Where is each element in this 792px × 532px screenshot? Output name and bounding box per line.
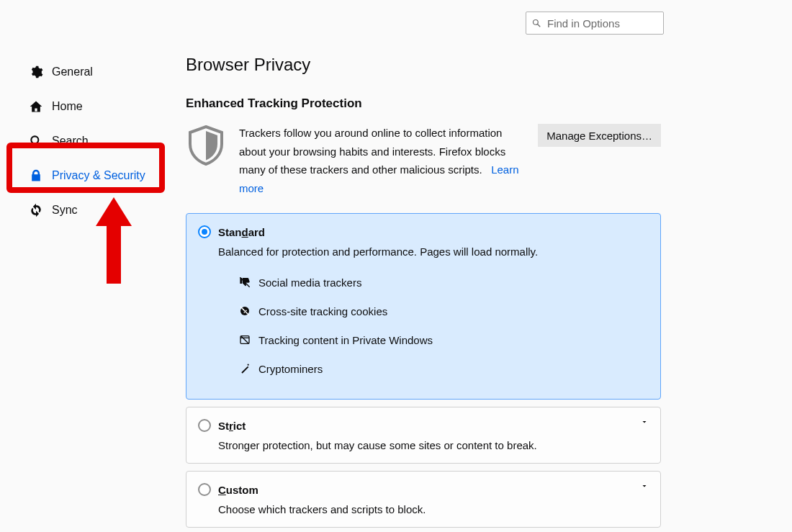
svg-point-9 [243, 312, 245, 313]
svg-point-8 [246, 310, 247, 311]
thumbs-down-icon [238, 276, 251, 289]
blocked-item: Tracking content in Private Windows [238, 325, 649, 354]
blocked-item-label: Social media trackers [258, 276, 361, 289]
lock-icon [29, 168, 43, 183]
magnifier-icon [29, 134, 43, 148]
etp-description: Trackers follow you around online to col… [239, 124, 531, 197]
blocked-item-label: Tracking content in Private Windows [258, 334, 433, 346]
radio-strict[interactable] [198, 419, 211, 432]
sidebar-item-general[interactable]: General [20, 55, 164, 89]
sidebar-item-privacy-security[interactable]: Privacy & Security [20, 158, 164, 193]
blocked-item: Social media trackers [238, 268, 649, 297]
svg-line-14 [240, 364, 249, 373]
search-icon [532, 19, 541, 27]
protection-option-custom[interactable]: Custom Choose which trackers and scripts… [186, 471, 661, 528]
chevron-down-icon[interactable] [640, 482, 649, 492]
page-title: Browser Privacy [186, 55, 661, 75]
radio-standard[interactable] [198, 225, 211, 238]
blocked-item: Cross-site tracking cookies [238, 297, 649, 325]
sync-icon [29, 203, 43, 217]
option-label-custom: Custom [218, 484, 258, 496]
option-desc-standard: Balanced for protection and performance.… [218, 245, 649, 258]
protection-option-standard[interactable]: Standard Balanced for protection and per… [186, 213, 661, 400]
option-label-strict: Strict [218, 420, 246, 432]
sidebar-item-label: General [52, 66, 93, 78]
blocked-item: Cryptominers [238, 354, 649, 383]
shield-icon [186, 125, 226, 166]
sidebar-item-label: Search [52, 135, 89, 148]
search-input[interactable] [546, 17, 657, 30]
svg-line-1 [538, 24, 541, 27]
gear-icon [29, 65, 43, 79]
option-label-standard: Standard [218, 226, 265, 238]
radio-custom[interactable] [198, 483, 211, 496]
svg-line-3 [38, 143, 42, 147]
sidebar-item-label: Sync [52, 204, 78, 217]
home-icon [29, 99, 43, 114]
window-blocked-icon [238, 333, 251, 346]
svg-point-0 [534, 20, 539, 25]
blocked-item-label: Cross-site tracking cookies [258, 305, 387, 317]
manage-exceptions-button[interactable]: Manage Exceptions… [538, 124, 661, 147]
svg-point-2 [31, 136, 38, 143]
cryptominer-icon [238, 362, 251, 375]
etp-desc-text: Trackers follow you around online to col… [239, 127, 505, 176]
sidebar-item-search[interactable]: Search [20, 124, 164, 158]
sidebar-item-label: Home [52, 100, 83, 113]
sidebar-item-home[interactable]: Home [20, 89, 164, 124]
svg-line-13 [241, 336, 249, 344]
blocked-item-label: Cryptominers [258, 363, 323, 375]
option-desc-strict: Stronger protection, but may cause some … [218, 439, 649, 451]
sidebar-item-sync[interactable]: Sync [20, 193, 164, 227]
sidebar-item-label: Privacy & Security [52, 169, 145, 182]
section-title: Enhanced Tracking Protection [186, 96, 661, 111]
chevron-down-icon[interactable] [640, 418, 649, 428]
protection-option-strict[interactable]: Strict Stronger protection, but may caus… [186, 407, 661, 464]
cookie-blocked-icon [238, 305, 251, 317]
search-box[interactable] [526, 12, 664, 35]
option-desc-custom: Choose which trackers and scripts to blo… [218, 503, 649, 515]
